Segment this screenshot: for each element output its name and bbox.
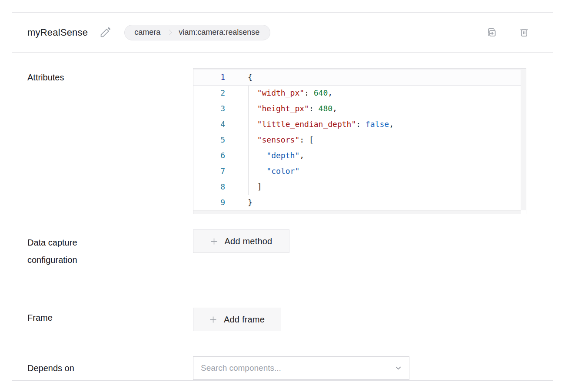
line-number: 5 [193,132,225,148]
component-card: myRealSense camera viam:camera:realsense [12,12,553,381]
json-editor[interactable]: 123456789 { "width_px": 640, "height_px"… [193,68,526,214]
header-actions [485,27,530,38]
frame-row: Frame Add frame [12,308,553,331]
frame-label: Frame [27,308,193,323]
code-line[interactable]: "width_px": 640, [248,85,520,101]
code-line[interactable]: "height_px": 480, [248,101,520,116]
editor-vertical-scrollbar[interactable] [521,69,526,210]
plus-icon [210,238,218,245]
edit-name-button[interactable] [100,27,111,38]
editor-gutter: 123456789 [193,70,225,210]
add-frame-label: Add frame [224,315,265,325]
line-number: 4 [193,116,225,132]
pencil-icon [100,27,111,38]
line-number: 2 [193,85,225,101]
trash-icon [518,27,530,38]
depends-on-row: Depends on [12,356,553,380]
model-label: viam:camera:realsense [171,28,270,37]
code-line[interactable]: "sensors": [ [248,132,520,148]
depends-on-select [193,356,409,380]
duplicate-icon [485,27,497,38]
add-method-button[interactable]: Add method [193,229,289,253]
delete-button[interactable] [518,27,530,38]
card-header: myRealSense camera viam:camera:realsense [12,13,553,53]
line-number: 8 [193,179,225,195]
editor-code[interactable]: { "width_px": 640, "height_px": 480, "li… [248,70,520,210]
data-capture-row: Data capture configuration Add method [12,229,553,269]
type-model-pill: camera viam:camera:realsense [124,25,270,40]
line-number: 3 [193,101,225,116]
plus-icon [209,316,217,323]
type-label: camera [125,28,167,37]
code-line[interactable]: } [248,195,520,210]
search-components-input[interactable] [193,356,409,380]
duplicate-button[interactable] [485,27,497,38]
line-number: 6 [193,148,225,163]
data-capture-label: Data capture configuration [27,229,119,269]
depends-on-label: Depends on [27,356,193,374]
attributes-label: Attributes [27,68,193,83]
code-line[interactable]: "color" [248,163,520,179]
line-number: 7 [193,163,225,179]
component-name: myRealSense [27,27,88,38]
code-line[interactable]: "little_endian_depth": false, [248,116,520,132]
editor-horizontal-scrollbar[interactable] [193,210,521,214]
code-line[interactable]: "depth", [248,148,520,163]
code-line[interactable]: { [248,70,520,85]
line-number: 9 [193,195,225,210]
code-line[interactable]: ] [248,179,520,195]
line-number: 1 [193,70,225,85]
attributes-row: Attributes 123456789 { "width_px": 640, … [12,68,553,214]
add-frame-button[interactable]: Add frame [193,308,281,331]
add-method-label: Add method [225,236,273,246]
